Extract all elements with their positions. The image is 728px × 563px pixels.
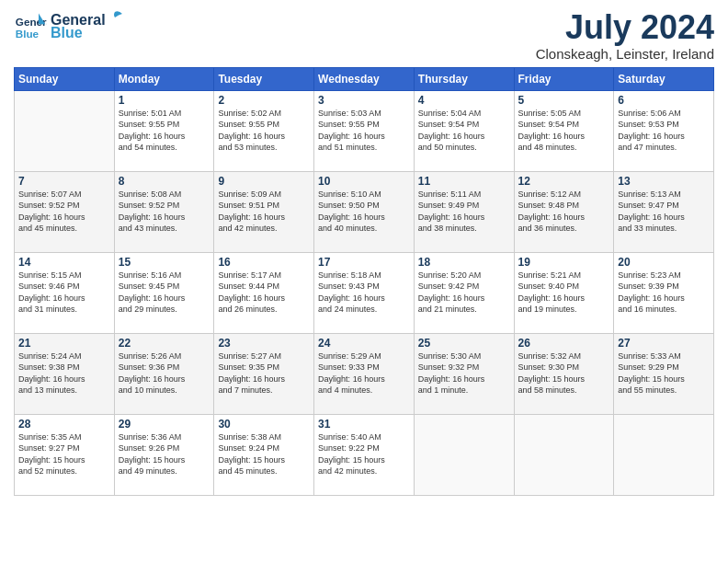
day-info: Sunrise: 5:08 AM Sunset: 9:52 PM Dayligh…: [119, 189, 210, 235]
day-info: Sunrise: 5:13 AM Sunset: 9:47 PM Dayligh…: [618, 189, 710, 235]
day-number: 30: [218, 418, 310, 431]
day-info: Sunrise: 5:33 AM Sunset: 9:29 PM Dayligh…: [618, 350, 710, 396]
calendar-cell: 18Sunrise: 5:20 AM Sunset: 9:42 PM Dayli…: [414, 252, 514, 333]
day-info: Sunrise: 5:12 AM Sunset: 9:48 PM Dayligh…: [518, 189, 610, 235]
header-cell-thursday: Thursday: [414, 67, 514, 90]
day-number: 24: [318, 337, 410, 350]
day-info: Sunrise: 5:29 AM Sunset: 9:33 PM Dayligh…: [318, 350, 410, 396]
calendar-cell: 2Sunrise: 5:02 AM Sunset: 9:55 PM Daylig…: [214, 90, 314, 171]
calendar-cell: 15Sunrise: 5:16 AM Sunset: 9:45 PM Dayli…: [114, 252, 214, 333]
day-info: Sunrise: 5:02 AM Sunset: 9:55 PM Dayligh…: [218, 108, 310, 154]
title-area: July 2024 Clonskeagh, Leinster, Ireland: [536, 9, 714, 62]
calendar-cell: 17Sunrise: 5:18 AM Sunset: 9:43 PM Dayli…: [314, 252, 415, 333]
calendar-cell: 31Sunrise: 5:40 AM Sunset: 9:22 PM Dayli…: [314, 414, 415, 495]
calendar-cell: [15, 90, 115, 171]
calendar-cell: 25Sunrise: 5:30 AM Sunset: 9:32 PM Dayli…: [414, 333, 514, 414]
day-number: 18: [418, 256, 510, 269]
header-cell-saturday: Saturday: [614, 67, 714, 90]
calendar-cell: 16Sunrise: 5:17 AM Sunset: 9:44 PM Dayli…: [214, 252, 314, 333]
calendar-cell: [414, 414, 514, 495]
month-title: July 2024: [536, 9, 714, 46]
day-info: Sunrise: 5:10 AM Sunset: 9:50 PM Dayligh…: [318, 189, 410, 235]
day-number: 2: [218, 94, 310, 107]
day-number: 17: [318, 256, 410, 269]
calendar-cell: 6Sunrise: 5:06 AM Sunset: 9:53 PM Daylig…: [614, 90, 714, 171]
calendar-cell: 24Sunrise: 5:29 AM Sunset: 9:33 PM Dayli…: [314, 333, 415, 414]
calendar-week-5: 28Sunrise: 5:35 AM Sunset: 9:27 PM Dayli…: [15, 414, 714, 495]
day-number: 13: [618, 175, 710, 188]
calendar-cell: 7Sunrise: 5:07 AM Sunset: 9:52 PM Daylig…: [15, 171, 115, 252]
day-number: 7: [18, 175, 110, 188]
calendar-cell: 4Sunrise: 5:04 AM Sunset: 9:54 PM Daylig…: [414, 90, 514, 171]
day-number: 29: [119, 418, 210, 431]
day-number: 22: [119, 337, 210, 350]
day-number: 15: [119, 256, 210, 269]
day-info: Sunrise: 5:24 AM Sunset: 9:38 PM Dayligh…: [18, 350, 110, 396]
day-info: Sunrise: 5:35 AM Sunset: 9:27 PM Dayligh…: [18, 431, 110, 477]
calendar-cell: 26Sunrise: 5:32 AM Sunset: 9:30 PM Dayli…: [514, 333, 614, 414]
day-number: 11: [418, 175, 510, 188]
calendar-cell: 29Sunrise: 5:36 AM Sunset: 9:26 PM Dayli…: [114, 414, 214, 495]
day-number: 1: [119, 94, 210, 107]
day-info: Sunrise: 5:38 AM Sunset: 9:24 PM Dayligh…: [218, 431, 310, 477]
day-info: Sunrise: 5:18 AM Sunset: 9:43 PM Dayligh…: [318, 270, 410, 316]
calendar-week-3: 14Sunrise: 5:15 AM Sunset: 9:46 PM Dayli…: [15, 252, 714, 333]
calendar-cell: [614, 414, 714, 495]
day-number: 21: [18, 337, 110, 350]
day-number: 20: [618, 256, 710, 269]
day-number: 12: [518, 175, 610, 188]
day-number: 31: [318, 418, 410, 431]
calendar-cell: 10Sunrise: 5:10 AM Sunset: 9:50 PM Dayli…: [314, 171, 415, 252]
day-info: Sunrise: 5:32 AM Sunset: 9:30 PM Dayligh…: [518, 350, 610, 396]
calendar-cell: 3Sunrise: 5:03 AM Sunset: 9:55 PM Daylig…: [314, 90, 415, 171]
day-info: Sunrise: 5:09 AM Sunset: 9:51 PM Dayligh…: [218, 189, 310, 235]
header-cell-monday: Monday: [114, 67, 214, 90]
day-number: 26: [518, 337, 610, 350]
day-number: 8: [119, 175, 210, 188]
calendar-cell: 23Sunrise: 5:27 AM Sunset: 9:35 PM Dayli…: [214, 333, 314, 414]
day-number: 23: [218, 337, 310, 350]
day-info: Sunrise: 5:23 AM Sunset: 9:39 PM Dayligh…: [618, 270, 710, 316]
calendar-cell: 28Sunrise: 5:35 AM Sunset: 9:27 PM Dayli…: [15, 414, 115, 495]
calendar-cell: [514, 414, 614, 495]
header: General Blue General Blue July 2024 Clon…: [14, 9, 714, 62]
header-cell-sunday: Sunday: [15, 67, 115, 90]
day-number: 19: [518, 256, 610, 269]
svg-text:Blue: Blue: [16, 28, 40, 40]
day-number: 27: [618, 337, 710, 350]
day-info: Sunrise: 5:06 AM Sunset: 9:53 PM Dayligh…: [618, 108, 710, 154]
day-number: 25: [418, 337, 510, 350]
day-info: Sunrise: 5:26 AM Sunset: 9:36 PM Dayligh…: [119, 350, 210, 396]
day-info: Sunrise: 5:04 AM Sunset: 9:54 PM Dayligh…: [418, 108, 510, 154]
day-number: 6: [618, 94, 710, 107]
day-number: 9: [218, 175, 310, 188]
day-number: 4: [418, 94, 510, 107]
day-number: 10: [318, 175, 410, 188]
calendar-body: 1Sunrise: 5:01 AM Sunset: 9:55 PM Daylig…: [15, 90, 714, 495]
calendar-cell: 22Sunrise: 5:26 AM Sunset: 9:36 PM Dayli…: [114, 333, 214, 414]
day-info: Sunrise: 5:01 AM Sunset: 9:55 PM Dayligh…: [119, 108, 210, 154]
calendar-cell: 8Sunrise: 5:08 AM Sunset: 9:52 PM Daylig…: [114, 171, 214, 252]
calendar-table: SundayMondayTuesdayWednesdayThursdayFrid…: [14, 67, 714, 496]
calendar-cell: 20Sunrise: 5:23 AM Sunset: 9:39 PM Dayli…: [614, 252, 714, 333]
day-info: Sunrise: 5:16 AM Sunset: 9:45 PM Dayligh…: [119, 270, 210, 316]
header-cell-wednesday: Wednesday: [314, 67, 415, 90]
day-info: Sunrise: 5:21 AM Sunset: 9:40 PM Dayligh…: [518, 270, 610, 316]
day-info: Sunrise: 5:30 AM Sunset: 9:32 PM Dayligh…: [418, 350, 510, 396]
calendar-cell: 13Sunrise: 5:13 AM Sunset: 9:47 PM Dayli…: [614, 171, 714, 252]
calendar-cell: 30Sunrise: 5:38 AM Sunset: 9:24 PM Dayli…: [214, 414, 314, 495]
day-info: Sunrise: 5:27 AM Sunset: 9:35 PM Dayligh…: [218, 350, 310, 396]
logo-icon: General Blue: [14, 9, 47, 42]
calendar-cell: 19Sunrise: 5:21 AM Sunset: 9:40 PM Dayli…: [514, 252, 614, 333]
calendar-week-1: 1Sunrise: 5:01 AM Sunset: 9:55 PM Daylig…: [15, 90, 714, 171]
day-number: 28: [18, 418, 110, 431]
calendar-week-2: 7Sunrise: 5:07 AM Sunset: 9:52 PM Daylig…: [15, 171, 714, 252]
day-info: Sunrise: 5:07 AM Sunset: 9:52 PM Dayligh…: [18, 189, 110, 235]
day-number: 16: [218, 256, 310, 269]
calendar-cell: 12Sunrise: 5:12 AM Sunset: 9:48 PM Dayli…: [514, 171, 614, 252]
calendar-cell: 1Sunrise: 5:01 AM Sunset: 9:55 PM Daylig…: [114, 90, 214, 171]
header-cell-friday: Friday: [514, 67, 614, 90]
day-info: Sunrise: 5:05 AM Sunset: 9:54 PM Dayligh…: [518, 108, 610, 154]
day-info: Sunrise: 5:15 AM Sunset: 9:46 PM Dayligh…: [18, 270, 110, 316]
day-info: Sunrise: 5:17 AM Sunset: 9:44 PM Dayligh…: [218, 270, 310, 316]
